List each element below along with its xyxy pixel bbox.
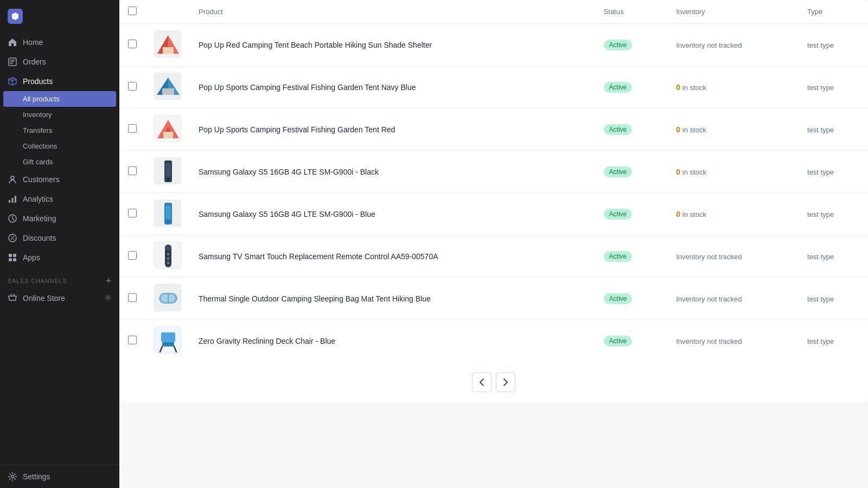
type-cell: test type: [799, 66, 868, 108]
table-row: Zero Gravity Reclining Deck Chair - Blue…: [119, 320, 868, 362]
svg-point-10: [107, 297, 109, 299]
prev-page-button[interactable]: [472, 373, 492, 392]
store-logo[interactable]: [0, 0, 119, 33]
row-checkbox-5[interactable]: [128, 251, 137, 260]
sidebar-item-analytics[interactable]: Analytics: [0, 189, 119, 209]
row-checkbox-2[interactable]: [128, 124, 137, 133]
product-name-link[interactable]: Samsung Galaxy S5 16GB 4G LTE SM-G900i -…: [199, 168, 379, 176]
svg-rect-6: [9, 254, 12, 257]
type-text: test type: [807, 84, 834, 92]
svg-point-27: [167, 178, 169, 181]
status-badge: Active: [604, 166, 633, 177]
row-checkbox-0[interactable]: [128, 40, 137, 48]
customers-icon: [8, 175, 17, 184]
inventory-number: 0: [676, 210, 680, 219]
inventory-cell: 0 in stock: [667, 151, 799, 193]
table-row: Samsung Galaxy S5 16GB 4G LTE SM-G900i -…: [119, 193, 868, 235]
inventory-not-tracked: Inventory not tracked: [676, 337, 742, 345]
table-header-row: Product Status Inventory Type: [119, 0, 868, 24]
product-name-cell: Samsung TV Smart Touch Replacement Remot…: [190, 235, 595, 278]
row-checkbox-3[interactable]: [128, 166, 137, 175]
sidebar-item-apps-label: Apps: [23, 253, 40, 262]
status-badge: Active: [604, 209, 633, 220]
svg-rect-4: [15, 196, 16, 203]
sidebar-item-apps[interactable]: Apps: [0, 248, 119, 267]
svg-point-37: [167, 262, 169, 264]
svg-rect-19: [162, 88, 174, 95]
inventory-not-tracked: Inventory not tracked: [676, 295, 742, 303]
sidebar-item-products[interactable]: Products: [0, 72, 119, 91]
online-store-settings-icon[interactable]: [104, 294, 112, 303]
row-checkbox-1[interactable]: [128, 82, 137, 91]
sales-channels-label: SALES CHANNELS: [8, 278, 67, 284]
sidebar-item-home[interactable]: Home: [0, 33, 119, 52]
next-page-button[interactable]: [496, 373, 515, 392]
sidebar-subitem-all-products[interactable]: All products: [3, 91, 116, 107]
sidebar-subitem-inventory[interactable]: Inventory: [0, 107, 119, 123]
sidebar-item-products-label: Products: [23, 77, 53, 86]
sidebar-subitem-collections[interactable]: Collections: [0, 138, 119, 154]
inventory-cell: 0 in stock: [667, 66, 799, 108]
product-name-link[interactable]: Samsung TV Smart Touch Replacement Remot…: [199, 252, 438, 261]
product-name-link[interactable]: Zero Gravity Reclining Deck Chair - Blue: [199, 337, 335, 345]
settings-icon: [8, 472, 17, 481]
product-name-cell: Pop Up Sports Camping Festival Fishing G…: [190, 66, 595, 108]
header-product: Product: [190, 0, 595, 24]
sidebar-item-online-store[interactable]: Online Store: [0, 289, 119, 307]
status-cell: Active: [595, 278, 668, 320]
product-name-link[interactable]: Pop Up Red Camping Tent Beach Portable H…: [199, 41, 432, 49]
sidebar-item-customers[interactable]: Customers: [0, 170, 119, 189]
sales-channels-section: SALES CHANNELS +: [0, 267, 119, 289]
select-all-checkbox[interactable]: [128, 7, 137, 15]
products-icon: [8, 76, 17, 86]
type-text: test type: [807, 295, 834, 303]
status-badge: Active: [604, 293, 633, 304]
svg-rect-44: [162, 342, 174, 346]
type-text: test type: [807, 253, 834, 261]
inventory-cell: Inventory not tracked: [667, 278, 799, 320]
online-store-icon: [8, 293, 17, 303]
row-checkbox-7[interactable]: [128, 336, 137, 344]
svg-rect-3: [12, 198, 14, 203]
row-checkbox-4[interactable]: [128, 209, 137, 217]
inventory-number: 0: [676, 125, 680, 134]
product-image-cell: [145, 235, 190, 278]
type-text: test type: [807, 337, 834, 345]
product-name-link[interactable]: Pop Up Sports Camping Festival Fishing G…: [199, 125, 395, 134]
inventory-number: 0: [676, 168, 680, 176]
type-cell: test type: [799, 320, 868, 362]
sidebar-item-marketing[interactable]: Marketing: [0, 209, 119, 228]
inventory-cell: 0 in stock: [667, 108, 799, 151]
product-name-link[interactable]: Samsung Galaxy S5 16GB 4G LTE SM-G900i -…: [199, 210, 375, 219]
sidebar-subitem-transfers[interactable]: Transfers: [0, 123, 119, 138]
status-badge: Active: [604, 40, 633, 50]
svg-rect-8: [9, 258, 12, 261]
sidebar-item-home-label: Home: [23, 38, 43, 47]
svg-rect-7: [13, 254, 16, 257]
svg-point-1: [11, 176, 14, 179]
row-checkbox-cell: [119, 193, 145, 235]
row-checkbox-6[interactable]: [128, 293, 137, 302]
svg-rect-2: [9, 200, 10, 203]
svg-rect-9: [13, 258, 16, 261]
inventory-cell: Inventory not tracked: [667, 235, 799, 278]
product-name-link[interactable]: Pop Up Sports Camping Festival Fishing G…: [199, 83, 416, 92]
header-status: Status: [595, 0, 668, 24]
type-text: test type: [807, 210, 834, 219]
in-stock-label: in stock: [682, 168, 706, 176]
sidebar-subitem-gift-cards[interactable]: Gift cards: [0, 154, 119, 170]
status-cell: Active: [595, 193, 668, 235]
sidebar-item-settings[interactable]: Settings: [0, 465, 119, 488]
table-row: Thermal Single Outdoor Camping Sleeping …: [119, 278, 868, 320]
sidebar-item-orders[interactable]: Orders: [0, 52, 119, 72]
type-text: test type: [807, 168, 834, 176]
store-logo-icon: [8, 9, 23, 24]
sidebar-item-marketing-label: Marketing: [23, 214, 56, 223]
product-image-cell: [145, 278, 190, 320]
add-channel-icon[interactable]: +: [106, 276, 112, 286]
sidebar-item-discounts[interactable]: Discounts: [0, 228, 119, 248]
header-image: [145, 0, 190, 24]
row-checkbox-cell: [119, 108, 145, 151]
product-name-link[interactable]: Thermal Single Outdoor Camping Sleeping …: [199, 294, 431, 303]
product-image-cell: [145, 151, 190, 193]
